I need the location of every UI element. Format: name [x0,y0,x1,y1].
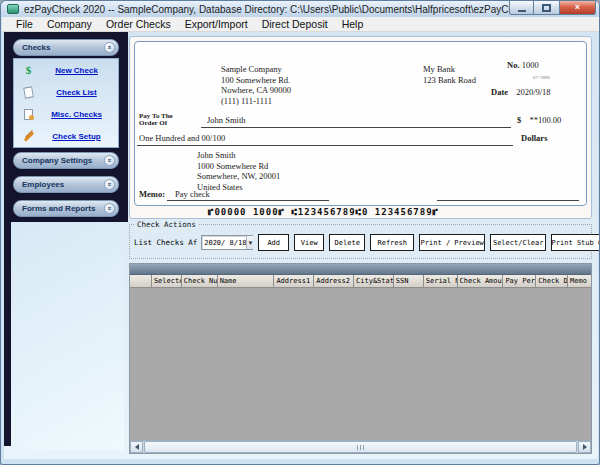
menu-direct-deposit[interactable]: Direct Deposit [255,17,335,31]
misc-checks-link[interactable]: Misc. Checks [35,110,118,119]
check-preview: Sample Company 100 Somewhere Rd. Nowhere… [134,41,587,206]
col-serial-num[interactable]: Serial Nu [424,275,458,288]
wrench-icon [22,135,35,138]
date-filter-value: 2020/ 8/18 [202,239,246,247]
forms-reports-label: Forms and Reports [22,204,104,213]
col-pay-period[interactable]: Pay Perio [503,275,536,288]
checks-nav-panel: $ New Check Check List Misc. Checks Chec… [13,58,119,148]
check-number: No. 1000 [507,60,539,70]
scrollbar-thumb[interactable] [144,441,577,453]
minimize-button[interactable] [509,1,534,15]
company-street: 100 Somewhere Rd. [221,75,291,86]
paper-icon [22,87,35,98]
payee-address-block: John Smith 1000 Somewhere Rd Somewhere, … [197,150,280,192]
chevron-down-icon: » [106,207,113,211]
client-area: Checks « $ New Check Check List Misc. Ch… [4,32,598,459]
scroll-right-button[interactable] [578,441,591,453]
col-check-amount[interactable]: Check Amount [458,275,504,288]
col-row-selector[interactable] [130,275,152,288]
signature-line [437,200,579,201]
sidebar-section-employees[interactable]: Employees » [13,176,119,193]
menu-export-import[interactable]: Export/Import [178,17,255,31]
bank-fraction: 67-7890 [533,75,550,80]
currency-symbol: $ [517,115,521,125]
company-city: Nowhere, CA 90000 [221,85,291,96]
dollar-icon: $ [22,64,35,76]
window-controls: × [509,1,596,15]
document-orange-icon [22,109,35,120]
payee-name: John Smith [207,115,246,125]
sidebar-item-misc-checks[interactable]: Misc. Checks [14,103,118,125]
menu-help[interactable]: Help [335,17,371,31]
dropdown-arrow-icon[interactable]: ▼ [246,236,253,249]
col-check-date[interactable]: Check Dat [536,275,568,288]
add-button[interactable]: Add [258,234,289,251]
grid-caption-band [130,264,591,275]
maximize-button[interactable] [534,1,560,15]
list-checks-after-date-select[interactable]: 2020/ 8/18 ▼ [201,235,253,250]
col-memo[interactable]: Memo [568,275,591,288]
col-selected[interactable]: Selecte [152,275,182,288]
company-settings-label: Company Settings [22,156,104,165]
expand-employees-button[interactable]: » [104,179,115,190]
print-stub-only-button[interactable]: Print Stub Only [551,234,600,251]
horizontal-scrollbar[interactable] [130,440,591,453]
col-city-state[interactable]: City&State [354,275,394,288]
collapse-checks-button[interactable]: « [104,42,115,53]
pay-to-label: Pay To The Order Of [139,113,173,127]
menu-company[interactable]: Company [40,17,99,31]
checks-grid: Selecte Check Num Name Address1 Address2… [129,263,592,454]
col-check-num[interactable]: Check Num [182,275,218,288]
memo-label: Memo: [139,189,165,199]
col-name[interactable]: Name [218,275,275,288]
sidebar-lower-panel [11,222,124,450]
new-check-link[interactable]: New Check [35,66,118,75]
col-ssn[interactable]: SSN [394,275,424,288]
close-button[interactable]: × [560,1,596,15]
amount-words-underline [137,145,513,146]
print-preview-button[interactable]: Print / Preview [419,234,485,251]
check-preview-panel: Sample Company 100 Somewhere Rd. Nowhere… [129,36,592,219]
amount-words: One Hundred and 00/100 [139,133,225,143]
list-checks-after-label: List Checks Af [134,238,197,247]
bank-address: 123 Bank Road [423,75,476,86]
expand-company-settings-button[interactable]: » [104,155,115,166]
bank-name: My Bank [423,64,476,75]
title-bar: ezPayCheck 2020 -- SampleCompany, Databa… [1,1,600,17]
sidebar-section-checks[interactable]: Checks « [13,39,119,56]
micr-line: ⑈00000 1000⑈ ⑆123456789⑆0 123456789⑈ [208,207,439,217]
check-setup-link[interactable]: Check Setup [35,132,118,141]
app-icon [7,4,19,14]
minimize-icon [518,10,526,12]
sidebar-item-check-list[interactable]: Check List [14,81,118,103]
memo-value: Pay check [175,189,210,199]
col-address2[interactable]: Address2 [314,275,354,288]
check-number-value: 1000 [522,60,539,70]
check-actions-row: List Checks Af 2020/ 8/18 ▼ Add View Del… [134,234,600,251]
memo-underline [167,200,329,201]
view-button[interactable]: View [294,234,324,251]
maximize-icon [542,4,551,12]
sidebar-item-check-setup[interactable]: Check Setup [14,125,118,147]
menu-file[interactable]: File [9,17,40,31]
close-icon: × [575,3,580,12]
check-amount: $ **100.00 [517,115,561,125]
refresh-button[interactable]: Refresh [370,234,414,251]
menu-order-checks[interactable]: Order Checks [99,17,178,31]
check-actions-legend: Check Actions [134,220,199,229]
scroll-left-button[interactable] [130,441,143,453]
sidebar-section-forms-reports[interactable]: Forms and Reports » [13,200,119,217]
col-address1[interactable]: Address1 [274,275,314,288]
date-label: Date [491,87,508,97]
check-number-label: No. [507,60,520,70]
sidebar-section-company-settings[interactable]: Company Settings » [13,152,119,169]
amount-value: **100.00 [529,115,561,125]
select-clear-button[interactable]: Select/Clear [490,234,546,251]
sidebar-item-new-check[interactable]: $ New Check [14,59,118,81]
employees-label: Employees [22,180,104,189]
check-date: Date 2020/9/18 [491,87,551,97]
company-address-block: Sample Company 100 Somewhere Rd. Nowhere… [221,64,291,106]
expand-forms-reports-button[interactable]: » [104,203,115,214]
delete-button[interactable]: Delete [329,234,365,251]
check-list-link[interactable]: Check List [35,88,118,97]
